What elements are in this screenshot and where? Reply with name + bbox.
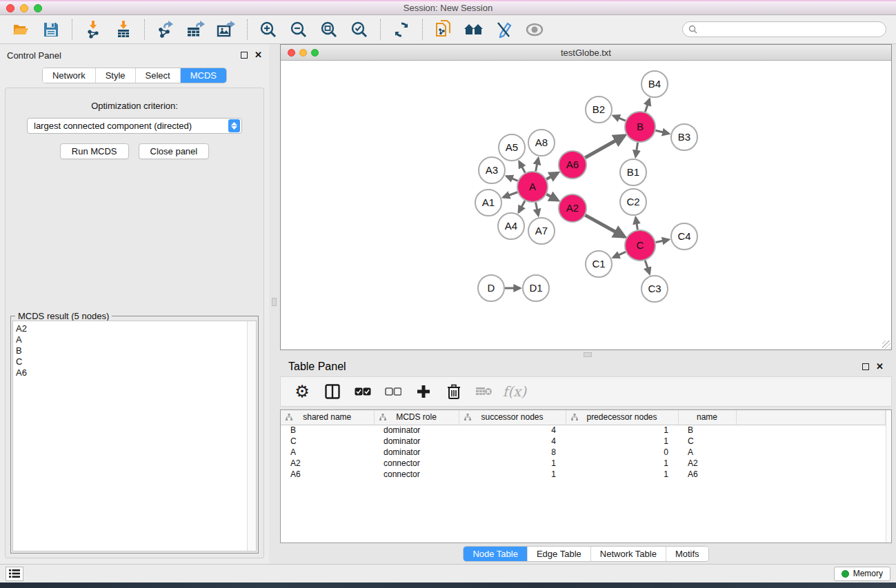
zoom-out-button[interactable] (285, 17, 312, 42)
open-file-button[interactable] (7, 17, 34, 42)
save-session-button[interactable] (37, 17, 65, 42)
table-cell[interactable]: 1 (566, 458, 678, 469)
memory-status-button[interactable]: Memory (834, 567, 890, 581)
graph-node-A8[interactable]: A8 (528, 130, 555, 156)
graph-node-D[interactable]: D (478, 275, 504, 301)
mcds-result-list[interactable]: A2ABCA6 (12, 321, 257, 551)
table-cell[interactable]: 1 (459, 469, 566, 480)
graph-edge-A-A7[interactable] (536, 203, 539, 216)
table-cell[interactable]: C (678, 436, 736, 447)
deselect-all-rows-button[interactable] (381, 380, 405, 403)
float-panel-icon[interactable] (241, 52, 248, 59)
column-header-mcds-role[interactable]: MCDS role (374, 410, 459, 425)
float-panel-icon[interactable] (862, 363, 869, 370)
search-input[interactable] (682, 21, 886, 37)
close-panel-icon[interactable]: ✕ (255, 52, 262, 59)
table-row[interactable]: A6connector11A6 (281, 469, 886, 480)
graph-node-A6[interactable]: A6 (559, 151, 586, 179)
table-settings-button[interactable]: ⚙ (290, 380, 314, 403)
new-session-button[interactable] (430, 17, 457, 42)
table-row[interactable]: A2connector11A2 (281, 458, 886, 469)
graph-edge-B-B3[interactable] (655, 130, 668, 134)
graph-node-B2[interactable]: B2 (586, 97, 612, 123)
graph-node-C2[interactable]: C2 (620, 189, 646, 215)
table-cell[interactable]: 1 (566, 469, 678, 480)
column-header-successor-nodes[interactable]: successor nodes (459, 410, 566, 425)
home-button[interactable] (460, 17, 488, 42)
zoom-in-button[interactable] (255, 17, 282, 42)
graph-edge-A-A6[interactable] (546, 173, 558, 179)
vertical-splitter[interactable] (269, 44, 280, 564)
export-network-button[interactable] (152, 17, 179, 42)
show-task-history-button[interactable] (6, 567, 23, 581)
graph-node-A1[interactable]: A1 (475, 190, 501, 216)
tab-mcds[interactable]: MCDS (181, 68, 226, 83)
column-view-button[interactable] (321, 380, 344, 403)
add-column-button[interactable] (412, 380, 435, 403)
window-resize-handle[interactable] (882, 341, 890, 349)
graph-edge-C-C1[interactable] (613, 252, 626, 257)
graph-edge-B-B1[interactable] (635, 143, 637, 157)
table-cell[interactable]: B (678, 425, 736, 436)
graph-node-A7[interactable]: A7 (528, 218, 555, 244)
zoom-fit-button[interactable] (315, 17, 343, 42)
graph-node-B1[interactable]: B1 (620, 159, 646, 185)
export-image-button[interactable] (212, 17, 240, 42)
zoom-selected-button[interactable] (346, 17, 373, 42)
graph-edge-A-A3[interactable] (506, 176, 517, 181)
table-cell[interactable]: connector (374, 458, 459, 469)
table-cell[interactable]: A2 (281, 458, 374, 469)
close-panel-button[interactable]: Close panel (139, 143, 210, 159)
graph-edge-C-C2[interactable] (636, 218, 638, 230)
mcds-result-item[interactable]: A (16, 334, 247, 345)
graph-edge-C-C3[interactable] (645, 261, 649, 274)
table-cell[interactable]: 4 (459, 425, 566, 436)
column-header-shared-name[interactable]: shared name (281, 410, 374, 425)
tab-network-table[interactable]: Network Table (591, 547, 666, 561)
tab-edge-table[interactable]: Edge Table (528, 547, 591, 561)
splitter-grip[interactable] (272, 298, 277, 306)
graph-node-C1[interactable]: C1 (586, 251, 612, 277)
column-header-name[interactable]: name (678, 410, 736, 425)
graph-node-A5[interactable]: A5 (499, 134, 525, 161)
tab-network[interactable]: Network (43, 68, 96, 83)
horizontal-splitter[interactable] (280, 350, 892, 358)
table-cell[interactable]: C (281, 436, 374, 447)
import-network-button[interactable] (79, 17, 107, 42)
graph-edge-B-B2[interactable] (613, 116, 626, 121)
graph-node-A3[interactable]: A3 (479, 157, 505, 183)
graph-node-C4[interactable]: C4 (671, 223, 697, 250)
table-cell[interactable]: A (281, 447, 374, 458)
table-row[interactable]: Adominator80A (281, 447, 886, 458)
table-cell[interactable]: A6 (281, 469, 374, 480)
select-all-rows-button[interactable] (351, 380, 375, 403)
table-row[interactable]: Cdominator41C (281, 436, 886, 447)
table-cell[interactable]: A6 (678, 469, 736, 480)
table-cell[interactable]: 0 (566, 447, 678, 458)
table-cell[interactable]: A2 (678, 458, 736, 469)
graph-node-C3[interactable]: C3 (641, 276, 668, 302)
show-graphics-button[interactable] (521, 17, 548, 42)
table-cell[interactable]: dominator (374, 447, 459, 458)
graph-node-D1[interactable]: D1 (523, 275, 549, 301)
splitter-grip[interactable] (584, 352, 592, 357)
refresh-button[interactable] (388, 17, 415, 42)
graph-edge-A-A5[interactable] (519, 161, 526, 172)
delete-table-button[interactable] (472, 380, 496, 403)
graph-edge-A-A1[interactable] (504, 192, 518, 197)
close-panel-icon[interactable]: ✕ (876, 363, 884, 370)
hide-annotations-button[interactable] (490, 17, 518, 42)
table-cell[interactable]: 4 (459, 436, 566, 447)
table-cell[interactable]: dominator (374, 436, 459, 447)
network-canvas[interactable]: B4B2BB3A5A8A6A3AB1A1A2C2A4A7C4CC1DD1C3 (281, 61, 891, 349)
table-cell[interactable]: B (281, 425, 374, 436)
mcds-result-item[interactable]: B (16, 345, 247, 356)
column-header-predecessor-nodes[interactable]: predecessor nodes (566, 410, 678, 425)
table-row[interactable]: Bdominator41B (281, 425, 886, 436)
graph-edge-A2-C[interactable] (585, 215, 624, 236)
graph-node-A4[interactable]: A4 (498, 213, 524, 239)
tab-style[interactable]: Style (96, 68, 136, 83)
import-table-button[interactable] (110, 17, 137, 42)
graph-edge-C-C4[interactable] (656, 240, 669, 243)
graph-node-B3[interactable]: B3 (671, 124, 697, 150)
